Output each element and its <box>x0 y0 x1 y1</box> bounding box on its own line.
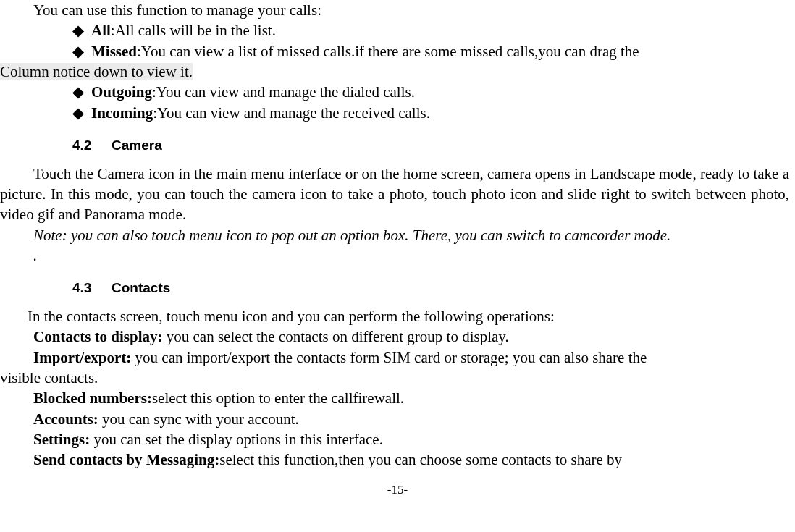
contacts-display: Contacts to display: you can select the … <box>0 326 795 347</box>
camera-dot: . <box>0 245 795 266</box>
bullet-incoming: ◆Incoming:You can view and manage the re… <box>0 103 795 123</box>
contacts-accounts: Accounts: you can sync with your account… <box>0 409 795 429</box>
contacts-settings-text: you can set the display options in this … <box>90 431 383 448</box>
contacts-accounts-text: you can sync with your account. <box>98 410 299 428</box>
section-4-2-heading: 4.2Camera <box>0 136 795 155</box>
page-number-text: -15- <box>387 483 408 497</box>
contacts-import: Import/export: you can import/export the… <box>0 347 795 389</box>
contacts-import-label: Import/export: <box>33 349 131 366</box>
bullet-missed-label: Missed <box>91 43 137 60</box>
camera-note-text: Note: you can also touch menu icon to po… <box>33 227 670 244</box>
camera-paragraph: Touch the Camera icon in the main menu i… <box>0 164 795 225</box>
section-4-2-num: 4.2 <box>72 136 112 155</box>
contacts-display-label: Contacts to display: <box>33 328 163 345</box>
contacts-settings: Settings: you can set the display option… <box>0 429 795 449</box>
contacts-intro: In the contacts screen, touch menu icon … <box>0 306 795 326</box>
contacts-send-text: select this function,then you can choose… <box>219 451 622 468</box>
contacts-blocked-text: select this option to enter the callfire… <box>152 389 404 407</box>
bullet-missed-text2: Column notice down to view it. <box>0 63 193 80</box>
contacts-import-text2: visible contacts. <box>0 369 98 387</box>
bullet-all: ◆All:All calls will be in the list. <box>0 20 795 41</box>
section-4-2-title: Camera <box>112 138 162 153</box>
contacts-intro-text: In the contacts screen, touch menu icon … <box>28 308 555 325</box>
contacts-settings-label: Settings: <box>33 431 90 448</box>
camera-note: Note: you can also touch menu icon to po… <box>0 225 795 245</box>
bullet-outgoing: ◆Outgoing:You can view and manage the di… <box>0 82 795 102</box>
contacts-send: Send contacts by Messaging:select this f… <box>0 449 795 470</box>
diamond-icon: ◆ <box>72 82 91 102</box>
bullet-missed: ◆Missed:You can view a list of missed ca… <box>0 41 795 83</box>
contacts-blocked-label: Blocked numbers: <box>33 389 152 407</box>
bullet-all-label: All <box>91 22 111 39</box>
bullet-outgoing-text: :You can view and manage the dialed call… <box>152 83 415 101</box>
camera-para-text: Touch the Camera icon in the main menu i… <box>0 165 789 224</box>
diamond-icon: ◆ <box>72 103 91 123</box>
contacts-accounts-label: Accounts: <box>33 410 98 428</box>
contacts-blocked: Blocked numbers:select this option to en… <box>0 388 795 408</box>
contacts-import-text1: you can import/export the contacts form … <box>131 349 647 366</box>
section-4-3-title: Contacts <box>112 280 170 295</box>
bullet-outgoing-label: Outgoing <box>91 83 152 101</box>
bullet-all-text: :All calls will be in the list. <box>111 22 276 39</box>
page-number: -15- <box>0 482 795 499</box>
camera-dot-text: . <box>33 247 37 264</box>
diamond-icon: ◆ <box>72 20 91 41</box>
section-4-3-heading: 4.3Contacts <box>0 279 795 297</box>
section-4-3-num: 4.3 <box>72 279 112 297</box>
document-page: You can use this function to manage your… <box>0 0 795 507</box>
bullet-incoming-text: :You can view and manage the received ca… <box>153 104 430 122</box>
diamond-icon: ◆ <box>72 41 91 62</box>
intro-text: You can use this function to manage your… <box>33 1 321 19</box>
bullet-missed-text1: :You can view a list of missed calls.if … <box>137 43 639 60</box>
intro-line: You can use this function to manage your… <box>0 0 795 20</box>
bullet-incoming-label: Incoming <box>91 104 153 122</box>
contacts-send-label: Send contacts by Messaging: <box>33 451 219 468</box>
contacts-display-text: you can select the contacts on different… <box>163 328 509 345</box>
